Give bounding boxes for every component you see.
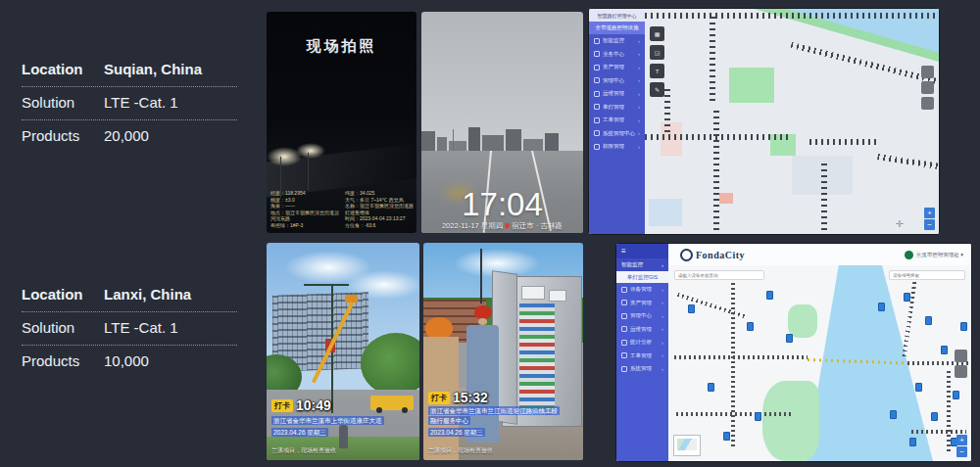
map-control-button[interactable]	[955, 365, 967, 378]
sidebar-item-statistics[interactable]: 统计分析›	[616, 336, 668, 350]
info-row-solution: Solution LTE -Cat. 1	[22, 87, 237, 120]
sidebar-item-business[interactable]: 业务中心›	[589, 48, 645, 62]
gateway-marker[interactable]	[878, 303, 885, 311]
sidebar-active-item[interactable]: 智能监控›	[616, 258, 668, 271]
draw-tool-button[interactable]: ✎	[650, 82, 664, 97]
gateway-marker[interactable]	[915, 383, 922, 392]
brand-logo-icon	[680, 249, 693, 261]
map-toolbar: ▦ ◲ T ✎	[650, 26, 664, 97]
menu-icon	[594, 77, 600, 83]
sidebar-item-assets[interactable]: 资产管理›	[589, 61, 645, 74]
gis-map[interactable]: ▦ ◲ T ✎ ✛ + −	[645, 9, 939, 234]
menu-icon	[621, 326, 627, 332]
streetlight-marker-column	[710, 17, 715, 105]
brand-logo: FondaCity	[680, 244, 745, 265]
signal-pole-arm	[304, 284, 349, 286]
building	[421, 131, 435, 153]
sidebar-header: 智慧路灯管理中心	[589, 9, 645, 22]
menu-label: 资产管理	[630, 300, 652, 306]
sidebar-item-workorders[interactable]: 工单管理›	[589, 114, 645, 127]
streetlight-marker-column	[713, 111, 719, 234]
sidebar-item-permissions[interactable]: 权限管理›	[589, 140, 645, 154]
info-row-solution: Solution LTE -Cat. 1	[22, 312, 237, 346]
gateway-marker[interactable]	[960, 322, 967, 331]
info-row-products: Products 10,000	[22, 346, 237, 378]
map-block	[649, 199, 682, 226]
sidebar-item-assets[interactable]: 资产管理›	[616, 297, 668, 310]
case-info-suqian: Location Suqian, China Solution LTE -Cat…	[22, 54, 237, 153]
menu-icon	[621, 300, 627, 305]
location-value: Lanxi, China	[104, 286, 191, 303]
gateway-marker[interactable]	[953, 391, 959, 399]
zoom-out-button[interactable]: −	[924, 219, 935, 230]
zoom-control: + −	[924, 208, 935, 230]
gateway-marker[interactable]	[786, 334, 793, 343]
sidebar-item-single-lamp[interactable]: 单灯管理›	[589, 101, 645, 115]
sidebar-item-system-center[interactable]: 系统管理中心›	[589, 127, 645, 141]
worker-helmet-red	[474, 305, 492, 319]
chevron-right-icon: ›	[662, 352, 663, 358]
device-search-input[interactable]	[674, 270, 764, 280]
sidebar-item-maintenance[interactable]: 运维管理›	[589, 87, 645, 101]
location-pin-icon	[504, 222, 511, 229]
address-line: 融行服务中心	[428, 416, 470, 425]
screenshot-fondacity-platform-lanxi: FondaCity 兰溪市照明管理处 ▾ ≡ 智能监控› 单灯监控GIS 设备管…	[615, 243, 972, 462]
sidebar-item-workorders[interactable]: 工单管理›	[616, 350, 668, 363]
user-account-menu[interactable]: 兰溪市照明管理处 ▾	[905, 249, 963, 260]
place-text: 宿迁市 · 吉林路	[512, 221, 563, 230]
map-control-button[interactable]	[921, 97, 934, 110]
zoom-in-button[interactable]: +	[924, 208, 935, 218]
map-control-button[interactable]	[955, 350, 967, 362]
chevron-right-icon: ›	[638, 91, 640, 97]
checkin-time-row: 打卡 15:32	[428, 390, 488, 405]
sidebar-item-maintenance[interactable]: 运维管理›	[616, 323, 668, 337]
address-line: 浙江省金华市兰溪市兰江街道迎江路沿线工段	[428, 406, 560, 415]
menu-icon	[594, 144, 600, 150]
watermark-line: 布控球：1#P-3	[270, 222, 340, 229]
gateway-marker[interactable]	[925, 316, 932, 325]
zoom-out-button[interactable]: −	[956, 446, 967, 457]
sidebar-item-devices[interactable]: 设备管理›	[616, 283, 668, 297]
sidebar-item-system[interactable]: 系统管理›	[616, 362, 668, 376]
menu-icon	[594, 104, 600, 110]
checkin-address: 浙江省金华市兰溪市兰江街道迎江路沿线工段	[428, 407, 560, 416]
map-control-button[interactable]	[921, 66, 934, 78]
sidebar-active-item[interactable]: 全市道路照明设施	[589, 22, 645, 34]
gateway-marker[interactable]	[766, 291, 773, 300]
sidebar-item-management[interactable]: 管理中心›	[616, 309, 668, 323]
zoom-in-button[interactable]: +	[956, 435, 967, 445]
menu-toggle-button[interactable]: ≡	[616, 244, 668, 258]
chevron-right-icon: ›	[662, 326, 663, 332]
gateway-marker[interactable]	[708, 383, 714, 392]
platform-sidebar: 智慧路灯管理中心 全市道路照明设施 智能监控› 业务中心› 资产管理› 管理中心…	[589, 9, 645, 234]
gateway-marker[interactable]	[747, 322, 754, 331]
frame-select-tool-button[interactable]: ◲	[650, 45, 664, 60]
gateway-marker[interactable]	[755, 412, 761, 421]
sidebar-item-monitoring[interactable]: 智能监控›	[589, 34, 645, 48]
sidebar-submenu-active[interactable]: 单灯监控GIS	[616, 271, 668, 283]
photo-title: 现场拍照	[267, 37, 416, 56]
device-marker-row	[911, 430, 966, 434]
cabinet-wiring	[519, 304, 555, 413]
photo-street-daytime: 17:04 2022-11-17 星期四宿迁市 · 吉林路	[421, 12, 583, 233]
minimap-overview[interactable]	[673, 435, 701, 456]
gateway-marker[interactable]	[931, 412, 938, 421]
sidebar-item-management[interactable]: 管理中心›	[589, 74, 645, 88]
meter-box	[549, 290, 566, 302]
menu-icon	[621, 313, 627, 319]
label-tool-button[interactable]: T	[650, 64, 664, 78]
checkin-time: 10:49	[296, 397, 331, 413]
gateway-marker[interactable]	[941, 346, 948, 354]
chevron-right-icon: ›	[662, 366, 663, 372]
map-control-button[interactable]	[921, 81, 934, 94]
gateway-marker[interactable]	[890, 410, 897, 419]
gateway-marker[interactable]	[723, 432, 730, 441]
gateway-marker[interactable]	[688, 304, 695, 313]
photo-checkin-cabinet: 打卡 15:32 浙江省金华市兰溪市兰江街道迎江路沿线工段 融行服务中心 202…	[423, 243, 583, 460]
device-id-search-input[interactable]	[889, 270, 965, 280]
layers-tool-button[interactable]: ▦	[650, 26, 664, 41]
gateway-marker[interactable]	[904, 293, 910, 302]
gis-map[interactable]: + −	[668, 265, 971, 461]
menu-icon	[621, 366, 627, 372]
gateway-marker[interactable]	[909, 438, 916, 446]
